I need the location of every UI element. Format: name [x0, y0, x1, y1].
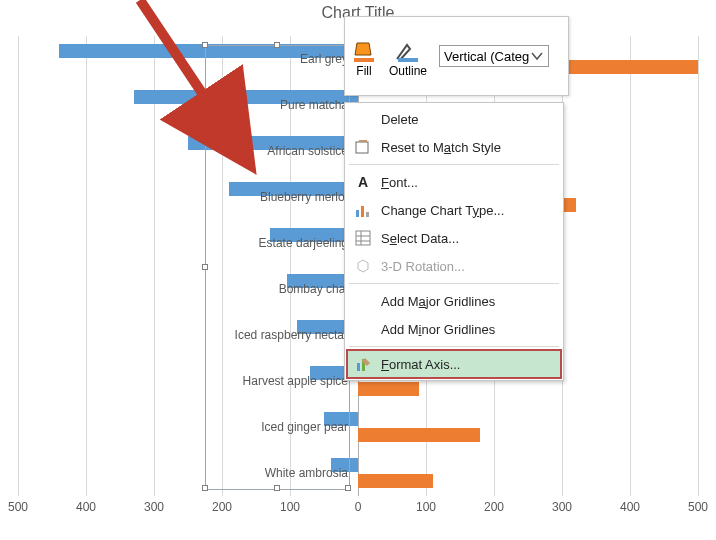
fill-label: Fill: [356, 64, 371, 78]
menu-separator: [349, 346, 559, 347]
menu-format-axis[interactable]: Format Axis...: [347, 350, 561, 378]
bar-row: White ambrosia: [0, 450, 716, 496]
bar-orange[interactable]: [358, 428, 480, 442]
category-label[interactable]: Harvest apple spice: [243, 374, 348, 388]
x-tick-label: 200: [484, 500, 504, 514]
x-tick-label: 500: [688, 500, 708, 514]
svg-rect-5: [366, 212, 369, 217]
context-menu: Delete Reset to Match Style A Font... Ch…: [344, 102, 564, 381]
menu-label: Delete: [381, 112, 419, 127]
reset-icon: [353, 137, 373, 157]
menu-separator: [349, 283, 559, 284]
x-axis[interactable]: 5004003002001000100200300400500: [0, 500, 716, 520]
x-tick-label: 200: [212, 500, 232, 514]
menu-add-major-gridlines[interactable]: Add Major Gridlines: [347, 287, 561, 315]
menu-3d-rotation: 3-D Rotation...: [347, 252, 561, 280]
category-label[interactable]: Blueberry merlot: [260, 190, 348, 204]
menu-label: Select Data...: [381, 231, 459, 246]
dropdown-value: Vertical (Categ: [444, 49, 529, 64]
svg-rect-6: [356, 231, 370, 245]
x-tick-label: 100: [416, 500, 436, 514]
svg-rect-1: [398, 58, 418, 62]
menu-label: Format Axis...: [381, 357, 460, 372]
category-label[interactable]: Iced ginger pear: [261, 420, 348, 434]
menu-label: Add Minor Gridlines: [381, 322, 495, 337]
menu-label: Add Major Gridlines: [381, 294, 495, 309]
x-tick-label: 0: [355, 500, 362, 514]
category-label[interactable]: Pure matcha: [280, 98, 348, 112]
outline-button[interactable]: Outline: [389, 35, 427, 78]
category-label[interactable]: Bombay chai: [279, 282, 348, 296]
select-data-icon: [353, 228, 373, 248]
menu-select-data[interactable]: Select Data...: [347, 224, 561, 252]
fill-icon: [351, 35, 377, 63]
menu-font[interactable]: A Font...: [347, 168, 561, 196]
bar-row: Iced ginger pear: [0, 404, 716, 450]
outline-label: Outline: [389, 64, 427, 78]
fill-button[interactable]: Fill: [351, 35, 377, 78]
axis-select-dropdown[interactable]: Vertical (Categ: [439, 45, 549, 67]
chevron-down-icon: [530, 49, 544, 63]
format-axis-icon: [353, 354, 373, 374]
category-label[interactable]: African solstice: [267, 144, 348, 158]
menu-label: Change Chart Type...: [381, 203, 504, 218]
svg-rect-0: [354, 58, 374, 62]
svg-rect-3: [356, 210, 359, 217]
x-tick-label: 500: [8, 500, 28, 514]
rotation-icon: [353, 256, 373, 276]
menu-separator: [349, 164, 559, 165]
x-tick-label: 100: [280, 500, 300, 514]
chart-type-icon: [353, 200, 373, 220]
category-label[interactable]: Estate darjeeling: [259, 236, 348, 250]
outline-icon: [389, 35, 427, 63]
x-tick-label: 300: [144, 500, 164, 514]
svg-rect-4: [361, 206, 364, 217]
mini-toolbar: Fill Outline Vertical (Categ: [344, 16, 569, 96]
x-tick-label: 300: [552, 500, 572, 514]
bar-orange[interactable]: [358, 474, 433, 488]
menu-delete[interactable]: Delete: [347, 105, 561, 133]
category-label[interactable]: Earl grey: [300, 52, 348, 66]
bar-orange[interactable]: [358, 382, 419, 396]
font-icon: A: [353, 172, 373, 192]
menu-label: Font...: [381, 175, 418, 190]
menu-change-chart-type[interactable]: Change Chart Type...: [347, 196, 561, 224]
x-tick-label: 400: [620, 500, 640, 514]
category-label[interactable]: White ambrosia: [265, 466, 348, 480]
x-tick-label: 400: [76, 500, 96, 514]
svg-rect-10: [357, 363, 360, 371]
menu-add-minor-gridlines[interactable]: Add Minor Gridlines: [347, 315, 561, 343]
menu-reset[interactable]: Reset to Match Style: [347, 133, 561, 161]
category-label[interactable]: Iced raspberry nectar: [235, 328, 348, 342]
menu-label: Reset to Match Style: [381, 140, 501, 155]
svg-rect-2: [356, 142, 368, 153]
menu-label: 3-D Rotation...: [381, 259, 465, 274]
